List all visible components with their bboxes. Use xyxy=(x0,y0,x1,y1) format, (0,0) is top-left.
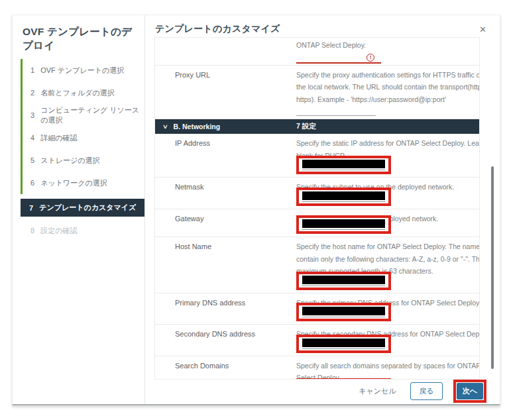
redaction-annotation xyxy=(302,219,385,228)
field-description: Specify all search domains separated by … xyxy=(296,360,473,380)
annotation-highlight-box: 次へ xyxy=(453,380,486,403)
section-title: ∨ B. Networking xyxy=(155,123,296,131)
field-label: Netmask xyxy=(155,178,296,209)
sidebar-step-3[interactable]: 3 コンピューティング リソースの選択 xyxy=(21,104,144,127)
field-value: Specify the primary DNS address for ONTA… xyxy=(296,293,479,325)
field-label: Search Domains xyxy=(155,356,296,380)
input-underline xyxy=(302,286,385,286)
field-label: Gateway xyxy=(155,209,296,237)
field-description-line: Specify the static IP address for ONTAP … xyxy=(296,137,473,150)
field-value: Specify the subnet to use on the deploye… xyxy=(296,178,479,209)
step-label: OVF テンプレートの選択 xyxy=(40,66,124,76)
step-number: 4 xyxy=(30,134,34,142)
field-value: ONTAP Select Deploy. ! xyxy=(296,38,479,65)
step-label: テンプレートのカスタマイズ xyxy=(39,203,136,213)
template-properties-list: ONTAP Select Deploy. ! Proxy URL Specify… xyxy=(154,37,480,380)
close-icon[interactable]: ✕ xyxy=(479,25,486,34)
deploy-ovf-template-dialog: OVF テンプレートのデプロイ 1 OVF テンプレートの選択 2 名前とフォル… xyxy=(12,15,500,405)
sidebar-step-4[interactable]: 4 詳細の確認 xyxy=(21,127,144,149)
redaction-annotation xyxy=(302,276,385,284)
field-label: Proxy URL xyxy=(155,66,296,119)
wizard-steps: 1 OVF テンプレートの選択 2 名前とフォルダの選択 3 コンピューティング… xyxy=(13,59,144,242)
section-header[interactable]: ∨ B. Networking 7 設定 xyxy=(155,119,479,134)
field-label: Secondary DNS address xyxy=(155,325,296,356)
field-value: Specify the proxy authentication setting… xyxy=(296,66,479,119)
sidebar-step-6[interactable]: 6 ネットワークの選択 xyxy=(21,172,144,194)
step-label: ストレージの選択 xyxy=(40,156,99,166)
sidebar-step-7[interactable]: 7 テンプレートのカスタマイズ xyxy=(21,199,144,217)
field-description: Specify the proxy authentication setting… xyxy=(296,69,473,106)
step-label: ネットワークの選択 xyxy=(40,178,107,188)
input-underline xyxy=(302,317,385,317)
field-label: Primary DNS address xyxy=(155,293,296,325)
redaction-annotation xyxy=(302,307,385,315)
redaction-annotation xyxy=(302,191,385,200)
step-label: 詳細の確認 xyxy=(40,133,77,143)
field-input-redacted[interactable] xyxy=(296,335,391,353)
form-row: Host Name Specify the host name for ONTA… xyxy=(155,237,479,293)
sidebar-step-8: 8 設定の確認 xyxy=(23,219,144,242)
error-icon: ! xyxy=(367,54,374,62)
input-underline xyxy=(302,348,385,349)
step-number: 1 xyxy=(30,66,34,74)
step-number: 6 xyxy=(30,179,34,187)
step-number: 8 xyxy=(30,227,34,235)
form-row: Primary DNS address Specify the primary … xyxy=(155,293,479,325)
field-label xyxy=(155,38,296,65)
sidebar-step-1[interactable]: 1 OVF テンプレートの選択 xyxy=(21,59,144,81)
field-description-line: Specify the proxy authentication setting… xyxy=(296,69,473,81)
field-description-line: ONTAP Select Deploy. xyxy=(296,39,473,52)
field-description-line: Specify the host name for ONTAP Select D… xyxy=(296,240,473,253)
section-name: B. Networking xyxy=(174,123,221,131)
wizard-title: OVF テンプレートのデプロイ xyxy=(23,25,135,52)
next-button[interactable]: 次へ xyxy=(457,383,483,399)
step-label: 名前とフォルダの選択 xyxy=(40,88,115,98)
field-value: Specify all search domains separated by … xyxy=(296,356,479,380)
form-row: IP Address Specify the static IP address… xyxy=(155,134,479,178)
wizard-sidebar: OVF テンプレートのデプロイ 1 OVF テンプレートの選択 2 名前とフォル… xyxy=(13,15,145,404)
field-value: Specify the gateway on the deployed netw… xyxy=(296,209,479,237)
sidebar-step-2[interactable]: 2 名前とフォルダの選択 xyxy=(21,81,144,104)
step-number: 7 xyxy=(29,204,33,212)
field-input-redacted[interactable] xyxy=(296,215,391,234)
field-description-line: https). Example - 'https://user:password… xyxy=(296,93,473,106)
form-row: Proxy URL Specify the proxy authenticati… xyxy=(155,66,479,120)
input-underline xyxy=(302,201,385,202)
back-button[interactable]: 戻る xyxy=(410,382,442,400)
sidebar-step-5[interactable]: 5 ストレージの選択 xyxy=(21,149,144,172)
step-number: 5 xyxy=(30,156,34,164)
field-value: Specify the host name for ONTAP Select D… xyxy=(296,237,479,293)
field-input-redacted[interactable] xyxy=(296,378,391,380)
step-number: 2 xyxy=(30,89,34,97)
wizard-footer: キャンセル 戻る 次へ xyxy=(154,380,486,401)
section-settings-count: 7 設定 xyxy=(296,122,316,131)
field-input-redacted[interactable] xyxy=(296,156,391,174)
step-number: 3 xyxy=(30,111,34,119)
form-row: Secondary DNS address Specify the second… xyxy=(155,325,479,356)
field-input-redacted[interactable] xyxy=(296,303,391,321)
field-input-error[interactable]: ! xyxy=(296,53,381,64)
redaction-annotation xyxy=(302,160,385,168)
form-row: Search Domains Specify all search domain… xyxy=(155,356,479,380)
cancel-button[interactable]: キャンセル xyxy=(355,386,400,397)
field-value: Specify the static IP address for ONTAP … xyxy=(296,134,479,177)
field-input[interactable] xyxy=(296,107,376,116)
page-title: テンプレートのカスタマイズ xyxy=(155,23,500,35)
chevron-down-icon: ∨ xyxy=(162,123,168,130)
field-label: IP Address xyxy=(155,134,296,177)
field-input-redacted[interactable] xyxy=(296,272,391,290)
step-label: 設定の確認 xyxy=(40,226,77,236)
wizard-main-panel: テンプレートのカスタマイズ ✕ ONTAP Select Deploy. ! P… xyxy=(145,15,500,404)
input-underline xyxy=(302,170,385,170)
field-description-line: contain only the following characters: A… xyxy=(296,253,473,266)
field-label: Host Name xyxy=(155,237,296,293)
field-description-line: the local network. The URL should contai… xyxy=(296,81,473,93)
step-label: コンピューティング リソースの選択 xyxy=(40,105,144,125)
field-description: ONTAP Select Deploy. xyxy=(296,39,473,52)
scrollbar-thumb[interactable] xyxy=(491,166,494,369)
redaction-annotation xyxy=(302,339,385,347)
field-description-line: Specify all search domains separated by … xyxy=(296,360,473,372)
form-row: Netmask Specify the subnet to use on the… xyxy=(155,178,479,209)
field-value: Specify the secondary DNS address for ON… xyxy=(296,325,479,356)
field-input-redacted[interactable] xyxy=(296,187,391,206)
